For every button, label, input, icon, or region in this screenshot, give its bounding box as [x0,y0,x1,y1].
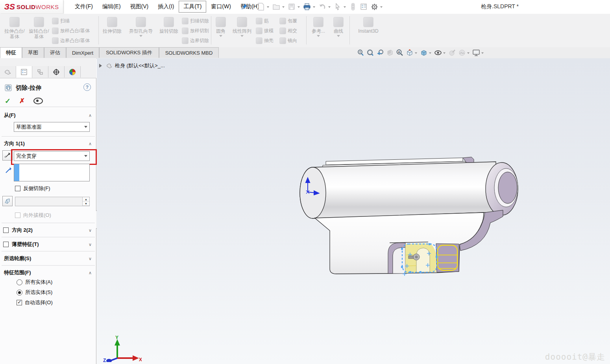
tab-dimxpert[interactable]: DimXpert [66,47,99,58]
pm-action-row: ✓ ✗ [0,95,96,107]
selected-bodies-radio[interactable] [17,290,22,296]
highlight-box [11,149,97,165]
display-manager-tab[interactable] [65,66,81,78]
ok-button[interactable]: ✓ [5,97,11,105]
mirror-button[interactable]: 镜向 [279,36,297,45]
linear-pattern-button[interactable]: 线性阵列 [230,15,254,45]
draft-toggle-button[interactable] [2,196,13,206]
section-direction1[interactable]: 方向 1(1)∧ [0,139,96,149]
help-icon[interactable]: ? [83,83,91,91]
instant3d-button[interactable]: Instant3D [352,15,385,45]
open-file-icon[interactable] [271,2,281,12]
menu-view[interactable]: 视图(V) [126,1,153,13]
boundary-boss-button[interactable]: 边界凸台/基体 [52,36,90,45]
zoom-to-fit-icon[interactable] [355,48,365,57]
configuration-manager-tab[interactable] [32,66,48,78]
revolved-cut-button[interactable]: 旋转切除 [157,15,180,45]
menu-tools[interactable]: 工具(T) [179,1,206,13]
section-from[interactable]: 从(F)∧ [0,110,96,120]
flip-side-checkbox[interactable] [15,186,20,191]
edit-appearance-icon[interactable] [447,48,457,57]
menu-window[interactable]: 窗口(W) [206,1,236,13]
extruded-cut-button[interactable]: 拉伸切除 [101,15,124,45]
direction-selection-box[interactable] [14,164,90,181]
view-orientation-icon[interactable] [405,48,414,57]
apply-scene-icon[interactable] [457,48,467,57]
all-bodies-row[interactable]: 所有实体(A) [17,279,52,286]
boundary-cut-button[interactable]: 边界切除 [182,36,209,45]
auto-select-row[interactable]: 自动选择(O) [17,299,53,306]
reference-geometry-button[interactable]: 参考... [309,15,328,45]
display-style-icon[interactable] [419,48,429,57]
pm-title: 切除-拉伸 [16,84,41,92]
fillet-button[interactable]: 圆角 [213,15,229,45]
hole-wizard-icon [136,17,146,27]
draft-angle-spin-buttons[interactable]: ▲▼ [82,197,89,206]
thin-feature-checkbox[interactable] [3,242,9,247]
options-list-icon[interactable] [359,2,369,12]
tab-sketch[interactable]: 草图 [22,47,44,58]
lofted-boss-button[interactable]: 放样凸台/基体 [52,26,90,35]
draft-outward-checkbox[interactable] [15,212,20,218]
flip-side-row[interactable]: 反侧切除(F) [15,185,50,192]
preview-eye-icon[interactable] [33,98,43,104]
section-view-icon[interactable] [385,48,395,57]
revolved-boss-button[interactable]: 旋转凸台/基体 [28,15,50,45]
curves-icon [333,17,344,27]
sweep-button[interactable]: 扫描 [52,16,70,26]
tree-expand-icon[interactable] [99,64,104,68]
zoom-to-area-icon[interactable] [365,48,375,57]
view-annotations-icon[interactable]: A [395,48,405,57]
direction2-checkbox[interactable] [3,227,9,233]
intersect-button[interactable]: 相交 [279,26,297,35]
swept-cut-button[interactable]: 扫描切除 [182,16,209,26]
part-icon [106,63,113,68]
view-settings-icon[interactable] [471,48,481,57]
hole-wizard-button[interactable]: 异型孔向导 [125,15,157,45]
print-icon[interactable] [302,2,312,12]
menu-insert[interactable]: 插入(I) [153,1,179,13]
property-manager-tab[interactable] [16,66,32,78]
draft-angle-input[interactable]: ▲▼ [15,197,90,206]
draft-button[interactable]: 拔模 [256,26,274,35]
property-manager-panel: 切除-拉伸 ? ✓ ✗ 从(F)∧ 草图基准面 方向 1(1)∧ 完全贯穿 [0,58,96,364]
hide-show-items-icon[interactable] [433,48,443,57]
settings-gear-icon[interactable] [369,2,379,12]
auto-select-checkbox[interactable] [17,300,22,305]
dimxpert-manager-tab[interactable] [48,66,65,78]
extruded-boss-button[interactable]: 拉伸凸台/基体 [3,15,26,45]
menu-file[interactable]: 文件(F) [70,1,98,13]
lofted-cut-button[interactable]: 放样切割 [182,26,209,35]
section-direction2[interactable]: 方向 2(2)∨ [0,225,96,235]
pin-menu-icon[interactable] [241,3,248,10]
tab-mbd[interactable]: SOLIDWORKS MBD [159,47,219,58]
select-cursor-icon[interactable] [333,2,343,12]
lofted-boss-icon [52,28,59,34]
all-bodies-radio[interactable] [17,279,22,285]
feature-manager-tab[interactable] [0,66,16,78]
shell-button[interactable]: 抽壳 [256,36,274,45]
selected-bodies-row[interactable]: 所选实体(S) [17,289,52,296]
rebuild-traffic-light-icon[interactable] [348,2,358,12]
rib-button[interactable]: 筋 [256,16,269,26]
new-file-icon[interactable] [256,2,266,12]
tab-addins[interactable]: SOLIDWORKS 插件 [99,47,159,58]
undo-icon[interactable] [317,2,327,12]
tab-evaluate[interactable]: 评估 [44,47,66,58]
tab-features[interactable]: 特征 [0,47,22,58]
section-selected-contours[interactable]: 所选轮廓(S)∨ [0,253,96,264]
section-thin-feature[interactable]: 薄壁特征(T)∨ [0,239,96,249]
start-condition-combo[interactable]: 草图基准面 [14,122,90,132]
cancel-button[interactable]: ✗ [19,97,25,105]
instant3d-icon [363,17,373,27]
wrap-button[interactable]: 包覆 [279,16,297,26]
shell-icon [256,37,262,44]
section-feature-scope[interactable]: 特征范围(F)∧ [0,268,96,278]
watermark: dooooit@暴走 [545,351,605,362]
save-icon[interactable] [287,2,297,12]
graphics-viewport[interactable]: 枪身 (默认<<默认>_... [97,58,610,364]
previous-view-icon[interactable] [375,48,385,57]
menu-edit[interactable]: 编辑(E) [98,1,126,13]
flyout-feature-tree[interactable]: 枪身 (默认<<默认>_... [99,62,165,69]
curves-button[interactable]: 曲线 [330,15,347,45]
